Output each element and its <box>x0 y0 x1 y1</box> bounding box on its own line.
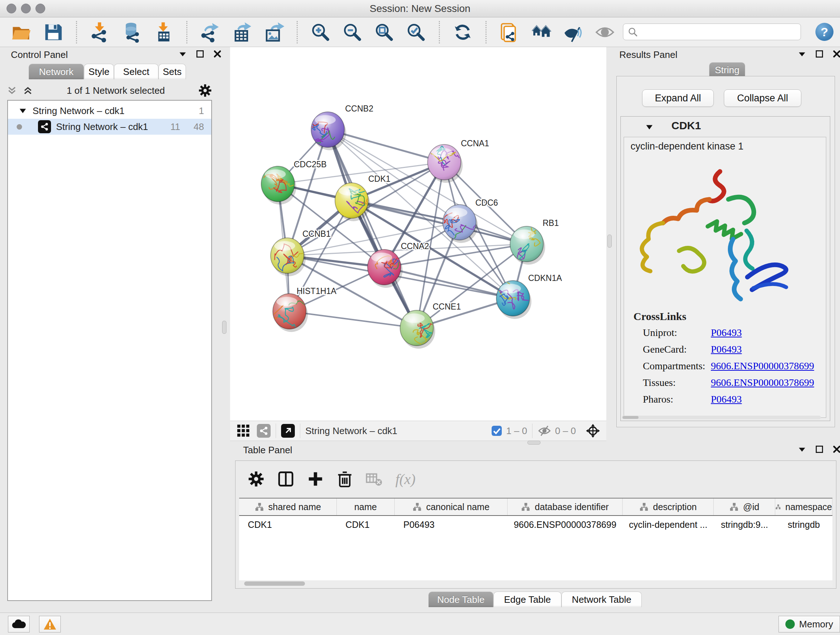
search-input[interactable] <box>638 27 791 37</box>
tab-select[interactable]: Select <box>114 64 158 79</box>
maximize-panel-icon[interactable] <box>815 49 824 59</box>
warnings-button[interactable] <box>39 616 61 632</box>
show-columns-icon[interactable] <box>278 470 294 487</box>
collapse-all-button[interactable]: Collapse All <box>724 89 801 107</box>
column-header-@id[interactable]: @id <box>714 499 775 515</box>
tab-style[interactable]: Style <box>84 64 114 79</box>
collapse-all-icon[interactable] <box>6 85 17 96</box>
table-cell[interactable]: CDK1 <box>239 516 337 533</box>
crosslink-link[interactable]: P06493 <box>711 344 742 355</box>
cloud-button[interactable] <box>8 616 30 632</box>
selected-checkbox-icon[interactable] <box>491 425 502 437</box>
node-label-RB1[interactable]: RB1 <box>543 218 559 228</box>
maximize-panel-icon[interactable] <box>815 445 824 454</box>
houses-icon[interactable] <box>531 22 552 43</box>
close-panel-icon[interactable] <box>832 445 840 454</box>
tab-sets[interactable]: Sets <box>158 64 186 79</box>
node-label-CDK1[interactable]: CDK1 <box>368 174 390 184</box>
table-row[interactable]: CDK1CDK1P064939606.ENSP00000378699cyclin… <box>239 516 832 533</box>
table-cell[interactable]: stringdb <box>775 516 832 533</box>
crosslink-link[interactable]: 9606.ENSP00000378699 <box>711 377 814 388</box>
column-header-canonical-name[interactable]: canonical name <box>395 499 508 515</box>
table-cell[interactable]: stringdb:9... <box>714 516 775 533</box>
zoom-out-icon[interactable] <box>342 22 363 43</box>
memory-button[interactable]: Memory <box>778 616 840 632</box>
close-panel-icon[interactable] <box>832 49 840 59</box>
table-cell[interactable]: P06493 <box>395 516 508 533</box>
table-cell[interactable]: CDK1 <box>337 516 395 533</box>
birds-eye-navigator-icon[interactable] <box>585 423 600 439</box>
import-table-icon[interactable] <box>153 22 174 43</box>
tab-string[interactable]: String <box>709 62 745 77</box>
network-view-canvas[interactable]: CCNB2CCNA1CDC25BCDK1CDC6RB1CCNB1CCNA2CDK… <box>230 47 606 421</box>
window-titlebar: Session: New Session <box>0 0 840 17</box>
open-in-new-window-icon[interactable] <box>281 424 295 438</box>
crosslink-link[interactable]: 9606.ENSP00000378699 <box>711 360 814 372</box>
column-header-database-identifier[interactable]: database identifier <box>508 499 622 515</box>
create-column-plus-icon[interactable] <box>307 470 324 487</box>
close-panel-icon[interactable] <box>213 49 222 59</box>
delete-column-trash-icon[interactable] <box>337 470 353 487</box>
section-caret-icon[interactable] <box>645 122 654 132</box>
first-neighbors-icon[interactable] <box>499 22 520 43</box>
network-graph[interactable]: CCNB2CCNA1CDC25BCDK1CDC6RB1CCNB1CCNA2CDK… <box>230 47 606 421</box>
show-all-eye-icon[interactable] <box>594 22 615 43</box>
save-session-icon[interactable] <box>43 22 64 43</box>
table-options-gear-icon[interactable] <box>248 470 264 487</box>
zoom-in-icon[interactable] <box>310 22 331 43</box>
export-image-icon[interactable] <box>264 22 284 43</box>
node-label-CCNA1[interactable]: CCNA1 <box>461 139 489 148</box>
apply-style-refresh-icon[interactable] <box>452 22 473 43</box>
node-label-CCNA2[interactable]: CCNA2 <box>401 241 429 251</box>
node-table[interactable]: shared namenamecanonical namedatabase id… <box>239 498 832 580</box>
node-label-CCNE1[interactable]: CCNE1 <box>433 302 461 311</box>
zoom-fit-icon[interactable] <box>374 22 395 43</box>
node-label-CCNB2[interactable]: CCNB2 <box>345 104 373 113</box>
tab-node-table[interactable]: Node Table <box>428 592 493 607</box>
tab-network[interactable]: Network <box>28 64 84 79</box>
bottom-splitter-handle[interactable] <box>527 440 540 445</box>
table-horizontal-scrollbar[interactable] <box>239 580 832 587</box>
float-panel-icon[interactable] <box>178 49 187 59</box>
maximize-panel-icon[interactable] <box>195 49 205 59</box>
import-network-database-icon[interactable] <box>121 22 142 43</box>
node-label-CDC25B[interactable]: CDC25B <box>294 160 327 169</box>
hide-selected-eye-icon[interactable] <box>562 22 584 43</box>
table-cell[interactable]: 9606.ENSP00000378699 <box>508 516 622 533</box>
table-cell[interactable]: cyclin-dependent ... <box>622 516 714 533</box>
column-header-name[interactable]: name <box>337 499 395 515</box>
tab-network-table[interactable]: Network Table <box>561 592 642 607</box>
results-horizontal-scrollbar[interactable] <box>622 416 821 419</box>
float-panel-icon[interactable] <box>797 49 807 59</box>
expand-all-icon[interactable] <box>22 85 33 96</box>
control-panel: Control Panel Network Style Select Sets … <box>3 49 216 603</box>
node-label-CDKN1A[interactable]: CDKN1A <box>528 273 562 283</box>
import-network-file-icon[interactable] <box>89 22 111 43</box>
grid-view-icon[interactable] <box>237 424 250 438</box>
gear-icon[interactable] <box>198 84 212 97</box>
collapse-caret-icon[interactable] <box>18 106 27 116</box>
zoom-selected-icon[interactable] <box>406 22 426 43</box>
left-splitter-handle[interactable] <box>222 321 226 334</box>
network-selection-status: 1 of 1 Network selected <box>33 85 198 96</box>
crosslink-link[interactable]: P06493 <box>711 394 742 405</box>
export-network-icon[interactable] <box>200 22 221 43</box>
network-collection-row[interactable]: String Network – cdk1 1 <box>8 103 211 119</box>
tab-edge-table[interactable]: Edge Table <box>493 592 561 607</box>
column-header-shared-name[interactable]: shared name <box>239 499 337 515</box>
node-table-container: f(x) shared namenamecanonical namedataba… <box>235 461 836 589</box>
column-header-description[interactable]: description <box>622 499 714 515</box>
help-icon[interactable]: ? <box>815 23 834 41</box>
float-panel-icon[interactable] <box>797 445 807 454</box>
node-label-HIST1H1A[interactable]: HIST1H1A <box>297 287 337 296</box>
node-label-CCNB1[interactable]: CCNB1 <box>302 229 331 239</box>
expand-all-button[interactable]: Expand All <box>642 89 714 107</box>
column-header-namespace[interactable]: namespace <box>775 499 832 515</box>
export-table-icon[interactable] <box>232 22 253 43</box>
open-session-icon[interactable] <box>11 22 32 43</box>
crosslink-link[interactable]: P06493 <box>711 327 742 339</box>
string-view-icon[interactable] <box>257 424 271 438</box>
node-label-CDC6[interactable]: CDC6 <box>475 198 498 207</box>
right-splitter-handle[interactable] <box>607 234 612 248</box>
network-row[interactable]: String Network – cdk1 11 48 <box>8 119 211 135</box>
